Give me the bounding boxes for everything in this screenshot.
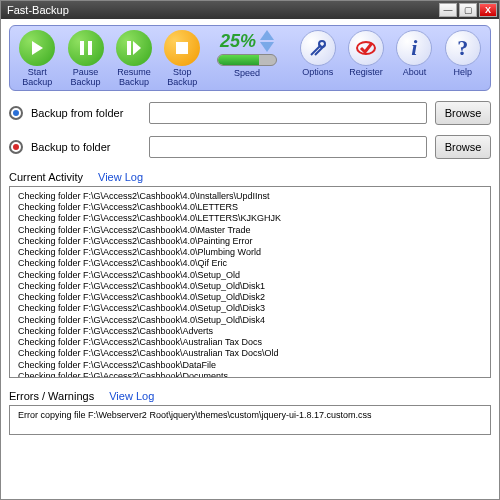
log-line: Error copying file F:\Webserver2 Root\jq…: [18, 410, 482, 421]
maximize-button[interactable]: ▢: [459, 3, 477, 17]
errors-header: Errors / Warnings View Log: [9, 390, 491, 402]
help-icon: ?: [445, 30, 481, 66]
log-line: Checking folder F:\G\Access2\Cashbook\4.…: [18, 315, 482, 326]
from-folder-input[interactable]: [149, 102, 427, 124]
pause-icon: [68, 30, 104, 66]
svg-rect-3: [127, 41, 131, 55]
errors-viewlog-link[interactable]: View Log: [109, 390, 154, 402]
browse-to-button[interactable]: Browse: [435, 135, 491, 159]
log-line: Checking folder F:\G\Access2\Cashbook\4.…: [18, 225, 482, 236]
options-button[interactable]: Options: [297, 30, 339, 78]
from-folder-label: Backup from folder: [31, 107, 141, 119]
tools-icon: [300, 30, 336, 66]
close-button[interactable]: X: [479, 3, 497, 17]
speed-up-button[interactable]: [260, 30, 274, 40]
log-line: Checking folder F:\G\Access2\Cashbook\4.…: [18, 258, 482, 269]
to-folder-radio[interactable]: [9, 140, 23, 154]
svg-marker-0: [32, 41, 43, 55]
toolbar: Start Backup Pause Backup Resume Backup …: [9, 25, 491, 91]
svg-point-8: [319, 41, 325, 47]
log-line: Checking folder F:\G\Access2\Cashbook\Au…: [18, 348, 482, 359]
stop-icon: [164, 30, 200, 66]
log-line: Checking folder F:\G\Access2\Cashbook\4.…: [18, 247, 482, 258]
register-button[interactable]: Register: [345, 30, 387, 78]
log-line: Checking folder F:\G\Access2\Cashbook\Au…: [18, 337, 482, 348]
speed-indicator: 25% Speed: [209, 30, 284, 78]
resume-backup-button[interactable]: Resume Backup: [113, 30, 155, 88]
activity-viewlog-link[interactable]: View Log: [98, 171, 143, 183]
log-line: Checking folder F:\G\Access2\Cashbook\4.…: [18, 236, 482, 247]
log-line: Checking folder F:\G\Access2\Cashbook\4.…: [18, 270, 482, 281]
from-folder-radio[interactable]: [9, 106, 23, 120]
to-folder-input[interactable]: [149, 136, 427, 158]
window-title: Fast-Backup: [7, 4, 69, 16]
speed-percent: 25%: [220, 31, 256, 52]
help-button[interactable]: ? Help: [442, 30, 484, 78]
info-icon: i: [396, 30, 432, 66]
svg-rect-5: [176, 42, 188, 54]
start-backup-button[interactable]: Start Backup: [16, 30, 58, 88]
log-line: Checking folder F:\G\Access2\Cashbook\Da…: [18, 360, 482, 371]
resume-icon: [116, 30, 152, 66]
activity-header: Current Activity View Log: [9, 171, 491, 183]
browse-from-button[interactable]: Browse: [435, 101, 491, 125]
errors-log: Error copying file F:\Webserver2 Root\jq…: [9, 405, 491, 435]
minimize-button[interactable]: —: [439, 3, 457, 17]
activity-log: Checking folder F:\G\Access2\Cashbook\4.…: [9, 186, 491, 378]
about-button[interactable]: i About: [393, 30, 435, 78]
svg-rect-1: [80, 41, 84, 55]
speed-bar: [217, 54, 277, 66]
log-line: Checking folder F:\G\Access2\Cashbook\4.…: [18, 292, 482, 303]
to-folder-label: Backup to folder: [31, 141, 141, 153]
log-line: Checking folder F:\G\Access2\Cashbook\4.…: [18, 191, 482, 202]
stop-backup-button[interactable]: Stop Backup: [161, 30, 203, 88]
log-line: Checking folder F:\G\Access2\Cashbook\Do…: [18, 371, 482, 378]
log-line: Checking folder F:\G\Access2\Cashbook\Ad…: [18, 326, 482, 337]
log-line: Checking folder F:\G\Access2\Cashbook\4.…: [18, 202, 482, 213]
log-line: Checking folder F:\G\Access2\Cashbook\4.…: [18, 281, 482, 292]
pause-backup-button[interactable]: Pause Backup: [64, 30, 106, 88]
speed-down-button[interactable]: [260, 42, 274, 52]
titlebar: Fast-Backup — ▢ X: [1, 1, 499, 19]
log-line: Checking folder F:\G\Access2\Cashbook\4.…: [18, 303, 482, 314]
svg-marker-4: [133, 41, 141, 55]
check-icon: [348, 30, 384, 66]
log-line: Checking folder F:\G\Access2\Cashbook\4.…: [18, 213, 482, 224]
play-icon: [19, 30, 55, 66]
svg-rect-2: [88, 41, 92, 55]
